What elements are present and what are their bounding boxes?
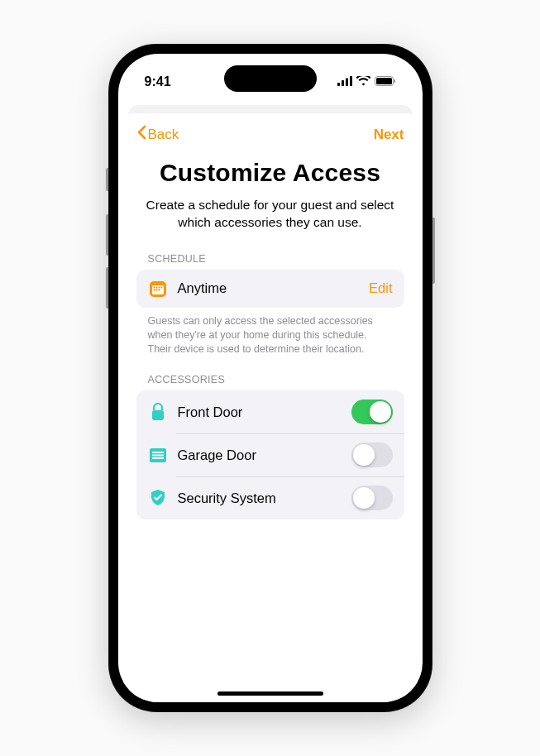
svg-rect-11	[158, 286, 160, 288]
chevron-left-icon	[136, 125, 146, 144]
back-button[interactable]: Back	[136, 125, 179, 144]
accessory-label: Garage Door	[178, 447, 342, 463]
phone-side-buttons-right	[432, 218, 435, 284]
svg-rect-20	[152, 457, 164, 459]
svg-rect-18	[152, 452, 164, 453]
accessory-toggle-front-door[interactable]	[351, 400, 393, 424]
shield-check-icon	[148, 488, 168, 508]
page-title: Customize Access	[136, 159, 404, 187]
wifi-icon	[356, 74, 370, 89]
battery-icon	[375, 74, 396, 89]
accessories-card: Front Door Garage Door Security System	[136, 390, 404, 519]
svg-rect-5	[376, 78, 392, 84]
accessory-toggle-garage-door[interactable]	[351, 443, 393, 467]
phone-side-buttons-left	[106, 168, 108, 320]
svg-rect-10	[155, 286, 157, 288]
svg-rect-2	[346, 79, 348, 87]
accessory-row-front-door: Front Door	[136, 390, 404, 433]
nav-bar: Back Next	[136, 125, 404, 144]
dynamic-island	[224, 65, 317, 92]
svg-rect-15	[158, 289, 160, 290]
home-indicator[interactable]	[217, 691, 323, 696]
accessory-row-garage-door: Garage Door	[136, 433, 404, 476]
svg-rect-9	[153, 286, 155, 288]
svg-rect-14	[155, 289, 157, 290]
svg-rect-1	[342, 80, 344, 86]
schedule-section-header: SCHEDULE	[148, 253, 404, 265]
schedule-row[interactable]: Anytime Edit	[136, 270, 404, 308]
svg-rect-0	[337, 83, 340, 86]
cellular-icon	[337, 74, 352, 89]
schedule-card: Anytime Edit	[136, 270, 404, 308]
calendar-icon	[148, 279, 168, 299]
back-label: Back	[148, 127, 179, 143]
schedule-edit-button[interactable]: Edit	[369, 280, 392, 296]
svg-rect-12	[160, 286, 162, 288]
accessory-label: Security System	[178, 490, 342, 506]
svg-rect-19	[152, 455, 164, 457]
svg-rect-3	[350, 76, 352, 86]
svg-rect-16	[152, 410, 164, 420]
svg-rect-13	[153, 289, 155, 290]
lock-icon	[148, 402, 168, 422]
status-time: 9:41	[145, 74, 171, 89]
phone-frame: 9:41 Back	[108, 44, 432, 712]
schedule-footer-note: Guests can only access the selected acce…	[148, 314, 393, 356]
page-subtitle: Create a schedule for your guest and sel…	[136, 197, 404, 232]
accessories-section-header: ACCESSORIES	[148, 374, 404, 385]
accessory-label: Front Door	[178, 404, 342, 420]
schedule-value: Anytime	[178, 280, 360, 296]
svg-rect-6	[394, 79, 395, 83]
accessory-toggle-security-system[interactable]	[351, 486, 393, 510]
next-button[interactable]: Next	[374, 127, 404, 143]
accessory-row-security-system: Security System	[136, 476, 404, 519]
garage-icon	[148, 445, 168, 465]
modal-sheet: Back Next Customize Access Create a sche…	[123, 113, 418, 702]
screen: 9:41 Back	[118, 54, 423, 702]
